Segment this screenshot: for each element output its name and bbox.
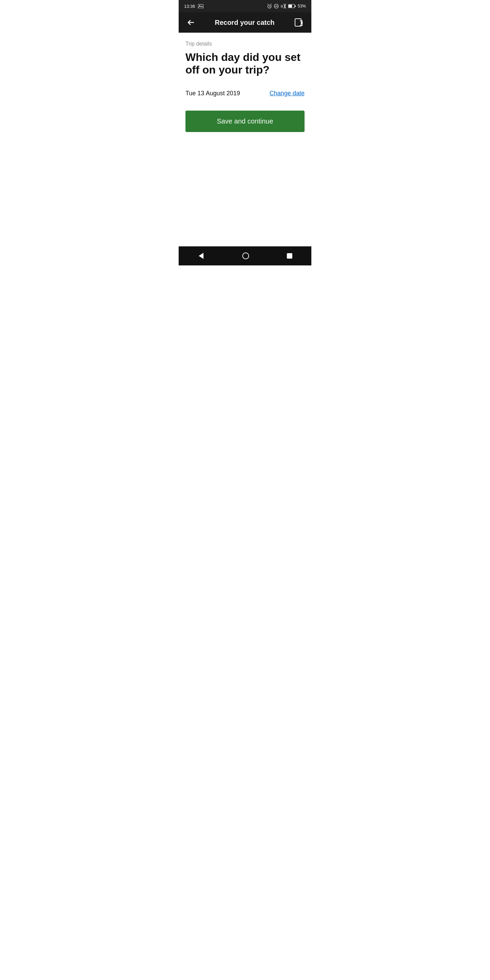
gallery-icon [198,4,204,8]
back-button[interactable] [184,16,198,29]
save-continue-button[interactable]: Save and continue [185,111,305,132]
alarm-icon [267,4,272,8]
recents-nav-button[interactable] [278,250,301,262]
export-button[interactable] [292,15,306,30]
status-bar-left: 13:36 [184,4,204,9]
svg-rect-14 [295,5,296,7]
main-content: Trip details Which day did you set off o… [179,33,311,247]
do-not-disturb-icon [274,4,279,8]
nav-bar: Record your catch [179,12,311,33]
change-date-button[interactable]: Change date [269,90,305,97]
svg-line-4 [269,6,270,7]
back-nav-button[interactable] [189,250,213,262]
status-bar: 13:36 R [179,0,311,12]
svg-line-5 [267,4,268,5]
time-display: 13:36 [184,4,195,9]
svg-rect-18 [287,253,292,259]
section-label: Trip details [185,41,305,47]
page-title: Record your catch [198,19,292,27]
svg-point-17 [243,253,249,259]
home-nav-button[interactable] [234,250,258,262]
svg-marker-16 [199,253,204,259]
bottom-nav-bar [179,247,311,266]
battery-icon [288,4,296,8]
svg-line-6 [271,4,272,5]
svg-rect-0 [198,5,204,8]
question-heading: Which day did you set off on your trip? [185,51,305,76]
signal-icon: R [281,4,286,8]
svg-rect-13 [288,5,292,8]
svg-rect-15 [295,19,301,26]
selected-date: Tue 13 August 2019 [185,90,240,97]
status-bar-right: R 53% [267,4,306,8]
date-row: Tue 13 August 2019 Change date [185,90,305,97]
battery-percent: 53% [298,4,306,8]
svg-text:R: R [281,5,283,8]
